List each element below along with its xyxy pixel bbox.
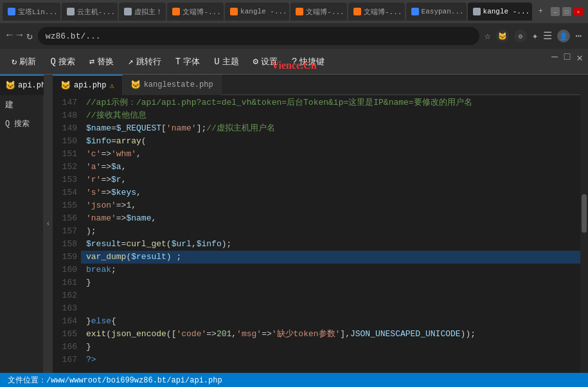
extension-icon[interactable]: 🐱 <box>496 30 509 42</box>
toolbar-goto[interactable]: ↗ 跳转行 <box>121 53 167 70</box>
line-num-155: 155 <box>53 199 77 212</box>
code-line-165: exit ( json_encode ([ 'code' => 201 , 'm… <box>81 328 580 341</box>
browser-tab-easypan[interactable]: Easypan... <box>406 3 467 21</box>
browser-tab-xunizhuji[interactable]: 虚拟主！ <box>119 3 166 21</box>
browser-tab-baota[interactable]: 宝塔Lin... <box>3 3 60 21</box>
profile-icon[interactable]: 👤 <box>557 30 570 42</box>
tab-favicon-baota <box>8 8 15 15</box>
status-text: 文件位置：/www/wwwroot/boi699wz86.bt/api/api.… <box>8 375 222 386</box>
build-label: 建 <box>5 99 13 111</box>
search-label: 搜索 <box>58 56 75 68</box>
line-num-162: 162 <box>53 289 77 302</box>
toolbar-refresh[interactable]: ↻ 刷新 <box>5 53 42 70</box>
tab-label-baota: 宝塔Lin... <box>18 7 58 17</box>
browser-tab-wenduan1[interactable]: 文端博-... <box>167 3 224 21</box>
code-lines: //api示例：/api/api.php?act=del_vh&token=后台… <box>81 95 580 373</box>
tab-favicon-wenduan2 <box>296 8 303 15</box>
vience-brand: Vience.Cn <box>271 60 316 71</box>
bookmark-icon[interactable]: ☆ <box>485 30 491 42</box>
editor-file-tab-api[interactable]: 🐱api.php⚠ <box>53 75 123 95</box>
code-line-167: ?> <box>81 354 580 366</box>
font-label: 字体 <box>183 56 200 68</box>
translate-icon[interactable]: ✦ <box>532 30 539 42</box>
goto-icon: ↗ <box>128 56 133 67</box>
address-input[interactable]: wz86.bt/... <box>38 27 479 45</box>
toolbar-replace[interactable]: ⇄ 替换 <box>83 53 120 70</box>
line-num-164: 164 <box>53 315 77 328</box>
goto-label: 跳转行 <box>136 56 161 68</box>
window-restore[interactable]: □ <box>562 7 571 16</box>
reload-icon[interactable]: ↻ <box>26 30 33 42</box>
editor-close-icon[interactable]: ✕ <box>574 50 585 66</box>
line-num-153: 153 <box>53 174 77 186</box>
line-num-151: 151 <box>53 148 77 161</box>
tab-label-wenduan2: 文端博-... <box>306 7 344 17</box>
code-line-157: ); <box>81 225 580 238</box>
code-line-159: var_dump ( $result ) ; <box>81 251 580 264</box>
toolbar-search[interactable]: Q 搜索 <box>44 53 81 70</box>
browser-tab-yunzhuji[interactable]: 云主机-... <box>62 3 118 21</box>
status-bar: 文件位置：/www/wwwroot/boi699wz86.bt/api/api.… <box>0 373 588 387</box>
code-line-155: 'json' => 1 , <box>81 199 580 212</box>
back-icon[interactable]: ← <box>6 30 13 42</box>
left-search-btn[interactable]: Q 搜索 <box>0 114 43 133</box>
browser-tab-wenduan3[interactable]: 文端博-... <box>348 3 405 21</box>
replace-label: 替换 <box>97 56 114 68</box>
tab-label-wenduan1: 文端博-... <box>183 7 220 17</box>
api-tab-icon: 🐱 <box>5 80 15 91</box>
nav-icons: ← → ↻ <box>6 30 33 42</box>
browser-window: 宝塔Lin... 云主机-... 虚拟主！ 文端博-... kangle -..… <box>0 0 588 387</box>
left-build-btn[interactable]: 建 <box>0 95 43 114</box>
more-icon[interactable]: ⋯ <box>575 30 582 42</box>
code-line-150: $info = array ( <box>81 135 580 148</box>
search-left-label: Q 搜索 <box>5 118 30 129</box>
tab-label-easypan: Easypan... <box>422 8 464 15</box>
line-num-147: 147 <box>53 96 77 109</box>
tab-label-yunzhuji: 云主机-... <box>77 7 115 17</box>
code-line-160: break ; <box>81 264 580 276</box>
file-tabs-row: 🐱api.php⚠🐱kanglestate.php <box>53 75 580 95</box>
line-num-157: 157 <box>53 225 77 238</box>
replace-icon: ⇄ <box>89 56 94 67</box>
toolbar-theme[interactable]: U 主题 <box>208 53 245 70</box>
code-line-163 <box>81 302 580 315</box>
collapse-handle[interactable]: ‹ <box>44 75 53 373</box>
tab-label-kangle1: kangle -... <box>240 8 287 15</box>
settings-icon[interactable]: ⚙ <box>514 30 527 42</box>
save-page-icon[interactable]: ☰ <box>543 30 552 42</box>
browser-tab-kangle2[interactable]: kangle -... <box>468 3 532 21</box>
tab-favicon-easypan <box>411 8 419 15</box>
code-line-151: 'c' => 'whm' , <box>81 148 580 161</box>
left-panel: 🐱 api.php ⚠ 🐱 kanglestate.php 建 Q 搜索 <box>0 75 44 373</box>
browser-tab-wenduan2[interactable]: 文端博-... <box>290 3 347 21</box>
editor-restore-icon[interactable]: □ <box>562 50 573 66</box>
code-line-158: $result = curl_get ( $url , $info ); <box>81 238 580 251</box>
scroll-thumb[interactable] <box>582 194 587 233</box>
tab-favicon-kangle1 <box>230 8 238 15</box>
line-num-160: 160 <box>53 264 77 276</box>
editor-file-tab-kanglestate[interactable]: 🐱kanglestate.php <box>123 75 222 95</box>
code-line-156: 'name' => $name , <box>81 212 580 225</box>
forward-icon[interactable]: → <box>17 30 23 42</box>
line-num-154: 154 <box>53 186 77 199</box>
line-num-149: 149 <box>53 122 77 135</box>
toolbar-font[interactable]: T 字体 <box>169 53 206 70</box>
line-num-156: 156 <box>53 212 77 225</box>
file-tabs: 🐱 api.php ⚠ 🐱 kanglestate.php <box>0 75 43 95</box>
new-tab-button[interactable]: + <box>533 4 548 19</box>
tab-label-xunizhuji: 虚拟主！ <box>134 7 163 17</box>
code-line-162 <box>81 289 580 302</box>
settings-tool-icon: ⚙ <box>253 56 258 67</box>
code-scroll-area[interactable]: 147 148 149 150 151 152 153 154 155 156 … <box>53 95 580 373</box>
window-minimize[interactable]: — <box>551 7 560 16</box>
tab-label-wenduan3: 文端博-... <box>364 7 402 17</box>
search-icon-toolbar: Q <box>50 57 55 67</box>
window-close[interactable]: ✕ <box>574 7 583 16</box>
editor-minimize-icon[interactable]: — <box>549 50 560 66</box>
line-num-163: 163 <box>53 302 77 315</box>
tab-bar: 宝塔Lin... 云主机-... 虚拟主！ 文端博-... kangle -..… <box>0 0 588 23</box>
refresh-label: 刷新 <box>19 56 36 68</box>
tab-favicon-wenduan1 <box>172 8 180 15</box>
browser-tab-kangle1[interactable]: kangle -... <box>225 3 289 21</box>
right-scrollbar[interactable] <box>580 75 588 373</box>
